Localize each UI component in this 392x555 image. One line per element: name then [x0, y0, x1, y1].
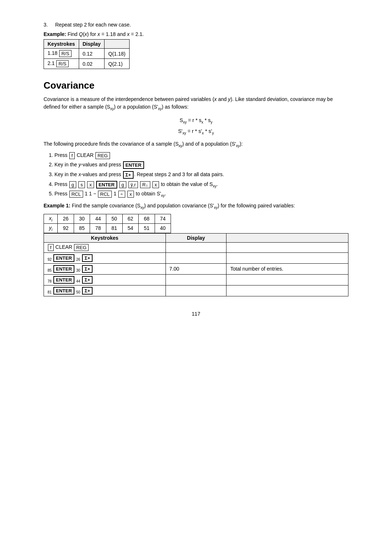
f-key-r1: f: [48, 244, 54, 251]
th-notes: [226, 233, 348, 242]
ks-row1-keys: f CLEAR REG: [44, 242, 166, 252]
procedure-intro: The following procedure finds the covari…: [44, 140, 348, 149]
sigma-plus-key: Σ+: [123, 171, 134, 179]
g-key1: g: [69, 181, 76, 188]
page-number: 117: [44, 311, 348, 317]
xi-68: 68: [139, 214, 155, 223]
x-key2: x: [152, 181, 159, 188]
f-key: f: [69, 152, 75, 159]
xi-row: xi 26 30 44 50 62 68 74: [44, 214, 171, 223]
ks-row-5: 81 ENTER 50 Σ+: [44, 285, 348, 296]
yi-54: 54: [122, 223, 139, 233]
yi-81: 81: [106, 223, 122, 233]
step-2: Key in the y-values and press ENTER: [54, 161, 348, 169]
rcl-key2: RCL: [98, 191, 112, 198]
th-display: Display: [79, 40, 105, 49]
yi-78: 78: [90, 223, 106, 233]
x-key1: x: [87, 181, 94, 188]
step-5: Press RCL 1 1 − RCL 1 ÷ x to obtain S'xy…: [54, 191, 348, 198]
sub-81: 81: [48, 290, 52, 294]
reg-key: REG: [95, 152, 110, 159]
row2-display: 0.02: [79, 59, 105, 69]
sub-92: 92: [48, 258, 52, 262]
step-3: Key in the x-values and press Σ+. Repeat…: [54, 171, 348, 179]
s-key: s: [78, 181, 85, 188]
yi-40: 40: [155, 223, 171, 233]
formula2: S'xy = r * s'x * s'y: [44, 126, 348, 137]
section-title: Covariance: [44, 80, 348, 91]
enter-key-r3: ENTER: [53, 265, 74, 273]
example1-intro: Example 1: Find the sample covariance (S…: [44, 202, 348, 210]
ks-row4-keys: 78 ENTER 44 Σ+: [44, 274, 166, 285]
covariance-section: Covariance Covariance is a measure of th…: [44, 80, 348, 296]
yi-85: 85: [74, 223, 90, 233]
step3-num: 3.: [44, 22, 52, 28]
enter-key-r2: ENTER: [53, 254, 74, 262]
data-table: xi 26 30 44 50 62 68 74 yi 92 85 78 81 5…: [44, 214, 171, 233]
rs-key2: R/S: [56, 60, 69, 67]
intro-paragraph: Covariance is a measure of the interdepe…: [44, 96, 348, 112]
rcl-key1: RCL: [69, 191, 83, 198]
reg-key-r1: REG: [74, 244, 89, 251]
step3-text: Repeat step 2 for each new case.: [55, 22, 131, 28]
ks-row3-display: 7.00: [166, 263, 226, 274]
sub-30: 30: [76, 268, 80, 272]
xi-62: 62: [122, 214, 139, 223]
ks-row2-display: [166, 252, 226, 263]
row1-result: Q(1.18): [105, 49, 129, 59]
sigma-key-r3: Σ+: [82, 265, 93, 273]
ks-row-1: f CLEAR REG: [44, 242, 348, 252]
ks-row5-keys: 81 ENTER 50 Σ+: [44, 285, 166, 296]
sigma-key-r2: Σ+: [82, 254, 93, 262]
ks-row5-note: [226, 285, 348, 296]
ks-row-2: 92 ENTER 26 Σ+: [44, 252, 348, 263]
x-key3: x: [127, 191, 134, 198]
step3-item: 3. Repeat step 2 for each new case.: [44, 22, 348, 28]
rs-key: R/S: [59, 50, 72, 57]
divide-key: ÷: [118, 191, 125, 198]
xi-label: xi: [44, 214, 58, 223]
formula-block: Sxy = r * sx * sy S'xy = r * s'x * s'y: [44, 115, 348, 137]
row1-key: 1.18 R/S: [44, 49, 79, 59]
example-intro-line: Example: Find Q(x) for x = 1.18 and x = …: [44, 31, 348, 37]
top-section: 3. Repeat step 2 for each new case. Exam…: [44, 22, 348, 69]
ks-row-4: 78 ENTER 44 Σ+: [44, 274, 348, 285]
th-empty: [105, 40, 129, 49]
table-row: 1.18 R/S 0.12 Q(1.18): [44, 49, 130, 59]
ks-row3-keys: 85 ENTER 30 Σ+: [44, 263, 166, 274]
sigma-key-r5: Σ+: [82, 287, 93, 295]
xi-26: 26: [58, 214, 74, 223]
th-display: Display: [166, 233, 226, 242]
formula1: Sxy = r * sx * sy: [44, 115, 348, 126]
ks-row1-note: [226, 242, 348, 252]
steps-list: Press f CLEAR REG Key in the y-values an…: [54, 152, 348, 198]
yi-51: 51: [139, 223, 155, 233]
sub-78: 78: [48, 279, 52, 283]
ks-row2-note: [226, 252, 348, 263]
ks-row2-keys: 92 ENTER 26 Σ+: [44, 252, 166, 263]
yi-92: 92: [58, 223, 74, 233]
example-text: Find Q(x) for x = 1.18 and x = 2.1.: [68, 31, 144, 37]
yi-row: yi 92 85 78 81 54 51 40: [44, 223, 171, 233]
table-row: 2.1 R/S 0.02 Q(2.1): [44, 59, 130, 69]
xi-50: 50: [106, 214, 122, 223]
rdown-key: R↓: [140, 181, 150, 188]
ks-row4-note: [226, 274, 348, 285]
row2-result: Q(2.1): [105, 59, 129, 69]
example-label: Example:: [44, 31, 66, 37]
row2-key: 2.1 R/S: [44, 59, 79, 69]
sub-26: 26: [76, 258, 80, 262]
row1-display: 0.12: [79, 49, 105, 59]
enter-key2: ENTER: [96, 181, 117, 189]
sub-50: 50: [76, 290, 80, 294]
ks-row3-note: Total number of entries.: [226, 263, 348, 274]
enter-key-r4: ENTER: [53, 276, 74, 284]
step-4: Press g s x ENTER g ŷ,r R↓ x to obtain t…: [54, 181, 348, 189]
sub-44: 44: [76, 279, 80, 283]
ks-row-3: 85 ENTER 30 Σ+ 7.00 Total number of entr…: [44, 263, 348, 274]
sigma-key-r4: Σ+: [82, 276, 93, 284]
clear-label: CLEAR: [56, 244, 74, 250]
ks-row5-display: [166, 285, 226, 296]
xi-74: 74: [155, 214, 171, 223]
step-1: Press f CLEAR REG: [54, 152, 348, 159]
